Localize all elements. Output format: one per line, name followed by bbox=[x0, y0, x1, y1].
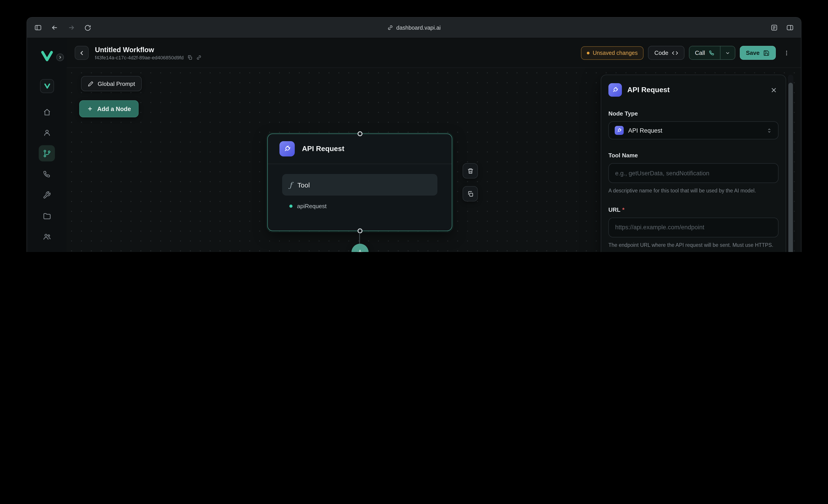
add-node-button[interactable]: Add a Node bbox=[79, 100, 138, 117]
function-icon: ƒ bbox=[289, 181, 292, 189]
save-button[interactable]: Save bbox=[740, 46, 776, 60]
unsaved-dot-icon bbox=[587, 51, 589, 54]
workflows-icon[interactable] bbox=[39, 145, 55, 162]
tool-name-help: A descriptive name for this tool that wi… bbox=[609, 187, 779, 194]
back-button[interactable] bbox=[75, 46, 89, 60]
tool-name-label: Tool Name bbox=[609, 152, 779, 159]
delete-node-button[interactable] bbox=[463, 163, 478, 179]
node-title: API Request bbox=[302, 145, 344, 153]
address-bar[interactable]: dashboard.vapi.ai bbox=[387, 25, 441, 31]
workflow-title: Untitled Workflow bbox=[95, 45, 202, 54]
more-menu-icon[interactable] bbox=[780, 46, 793, 60]
forward-icon[interactable] bbox=[68, 24, 75, 32]
browser-window: dashboard.vapi.ai bbox=[27, 17, 801, 252]
node-type-select[interactable]: API Request bbox=[609, 122, 779, 139]
plug-icon bbox=[615, 126, 624, 135]
reader-mode-icon[interactable] bbox=[771, 24, 778, 32]
url-help: The endpoint URL where the API request w… bbox=[609, 241, 779, 248]
code-icon bbox=[672, 50, 678, 56]
url-input[interactable] bbox=[609, 217, 779, 237]
phone-numbers-icon[interactable] bbox=[39, 166, 55, 182]
call-dropdown-button[interactable] bbox=[720, 46, 735, 59]
add-next-node-button[interactable] bbox=[351, 244, 369, 252]
api-request-node[interactable]: API Request ƒ Tool apiRequest bbox=[267, 134, 452, 231]
node-tool-section[interactable]: ƒ Tool bbox=[282, 174, 438, 195]
reload-icon[interactable] bbox=[84, 24, 91, 31]
workflow-title-block: Untitled Workflow f43fe14a-c17c-4d2f-89a… bbox=[95, 45, 202, 60]
code-button[interactable]: Code bbox=[648, 46, 685, 60]
global-prompt-button[interactable]: Global Prompt bbox=[81, 76, 142, 91]
panel-scrollbar-thumb[interactable] bbox=[788, 83, 793, 252]
assistants-icon[interactable] bbox=[39, 125, 55, 141]
close-icon[interactable] bbox=[769, 85, 779, 95]
workspace-icon[interactable] bbox=[40, 79, 54, 93]
back-icon[interactable] bbox=[51, 24, 58, 32]
files-icon[interactable] bbox=[39, 208, 55, 224]
home-icon[interactable] bbox=[39, 104, 55, 120]
sidebar-toggle-icon[interactable] bbox=[34, 24, 42, 32]
node-header: API Request bbox=[268, 134, 452, 164]
node-input-handle[interactable] bbox=[357, 131, 362, 136]
browser-chrome: dashboard.vapi.ai bbox=[27, 17, 801, 38]
plug-icon bbox=[609, 83, 622, 97]
save-icon bbox=[763, 50, 770, 56]
plus-icon bbox=[87, 106, 93, 112]
node-type-label: Node Type bbox=[609, 110, 779, 117]
phone-icon bbox=[708, 50, 714, 56]
squads-icon[interactable] bbox=[39, 228, 55, 244]
copy-id-icon[interactable] bbox=[187, 55, 193, 60]
unsaved-changes-badge: Unsaved changes bbox=[581, 46, 644, 59]
split-view-icon[interactable] bbox=[786, 24, 794, 32]
chevrons-up-down-icon bbox=[767, 128, 772, 133]
workflow-canvas[interactable]: Global Prompt Add a Node bbox=[67, 68, 801, 252]
workflow-header: Untitled Workflow f43fe14a-c17c-4d2f-89a… bbox=[67, 38, 801, 68]
node-inspector-panel: API Request Node Type API Request bbox=[601, 75, 786, 252]
call-button[interactable]: Call bbox=[690, 46, 720, 59]
pencil-icon bbox=[88, 81, 94, 87]
tools-icon[interactable] bbox=[39, 187, 55, 203]
edge-connector bbox=[359, 233, 360, 244]
node-tool-value-row: apiRequest bbox=[282, 203, 438, 210]
url-label: URL* bbox=[609, 206, 779, 213]
panel-title: API Request bbox=[627, 86, 764, 94]
vapi-logo-icon[interactable] bbox=[41, 50, 53, 62]
plug-icon bbox=[280, 141, 295, 156]
app-sidebar: $ ? bbox=[27, 38, 67, 252]
url-text: dashboard.vapi.ai bbox=[396, 25, 441, 31]
workflow-id: f43fe14a-c17c-4d2f-89ae-ed406850d9fd bbox=[95, 55, 183, 60]
sidebar-expand-icon[interactable] bbox=[56, 53, 64, 61]
call-split-button: Call bbox=[689, 46, 735, 60]
node-output-handle[interactable] bbox=[357, 228, 362, 233]
link-icon bbox=[387, 25, 393, 31]
duplicate-node-button[interactable] bbox=[463, 186, 478, 201]
status-dot-icon bbox=[289, 204, 292, 208]
support-icon[interactable] bbox=[39, 249, 55, 252]
screen: dashboard.vapi.ai bbox=[0, 0, 828, 252]
tool-name-input[interactable] bbox=[609, 163, 779, 183]
panel-scrollbar[interactable] bbox=[788, 75, 793, 252]
share-link-icon[interactable] bbox=[196, 55, 202, 60]
